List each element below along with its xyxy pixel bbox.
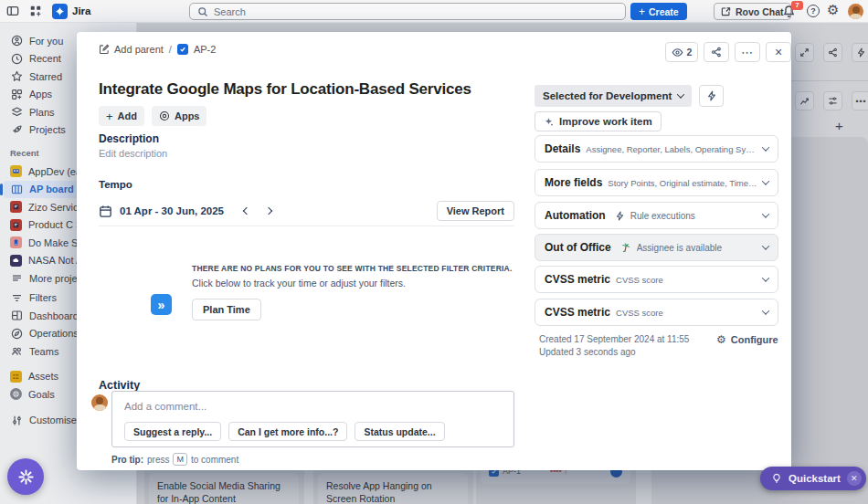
description-placeholder[interactable]: Edit description bbox=[99, 148, 167, 159]
ai-assistant-button[interactable] bbox=[7, 458, 44, 495]
divider bbox=[99, 226, 514, 226]
add-button[interactable]: + Add bbox=[99, 106, 144, 126]
plus-icon: + bbox=[106, 110, 113, 123]
more-fields-panel[interactable]: More fields Story Points, Original estim… bbox=[535, 169, 778, 196]
improve-work-item-button[interactable]: Improve work item bbox=[535, 111, 662, 131]
configure-button[interactable]: ⚙ Configure bbox=[716, 333, 778, 346]
apps-circle-icon bbox=[159, 110, 170, 121]
quick-reply-button[interactable]: Status update... bbox=[355, 422, 444, 441]
quickstart-button[interactable]: Quickstart ✕ bbox=[760, 467, 866, 490]
insights-chart-icon[interactable] bbox=[795, 91, 814, 110]
palm-tree-icon bbox=[620, 242, 631, 253]
close-modal-button[interactable]: × bbox=[766, 42, 791, 62]
top-navigation: Jira + Create Rovo Chat 7 ? ⚙ bbox=[0, 0, 868, 23]
project-avatar bbox=[10, 236, 22, 248]
created-timestamp: Created 17 September 2024 at 11:55 bbox=[539, 334, 689, 344]
comment-avatar bbox=[91, 394, 108, 411]
search-bar[interactable] bbox=[189, 3, 626, 20]
divider bbox=[791, 80, 868, 81]
out-of-office-panel[interactable]: Out of Office Assignee is available bbox=[535, 234, 778, 261]
dashboard-icon bbox=[10, 310, 23, 322]
board-card[interactable]: Enable Social Media Sharing for In-App C… bbox=[149, 473, 299, 504]
automation-lightning-button[interactable] bbox=[699, 85, 724, 107]
jira-logo[interactable] bbox=[52, 4, 68, 19]
tempo-logo-icon: » bbox=[151, 294, 172, 315]
breadcrumb: Add parent / AP-2 bbox=[99, 44, 216, 55]
tempo-heading: Tempo bbox=[99, 179, 132, 190]
add-column-icon[interactable]: + bbox=[835, 118, 843, 133]
assets-icon bbox=[10, 371, 22, 383]
project-avatar bbox=[10, 201, 22, 213]
more-actions-button[interactable]: ⋯ bbox=[735, 42, 760, 62]
quick-reply-button[interactable]: Can I get more info...? bbox=[228, 422, 347, 441]
project-avatar bbox=[10, 165, 22, 177]
more-horizontal-icon[interactable]: ⋯ bbox=[852, 91, 868, 110]
project-avatar bbox=[10, 255, 22, 267]
settings-gear-icon[interactable]: ⚙ bbox=[827, 2, 839, 18]
app-switcher-icon[interactable] bbox=[28, 4, 43, 18]
close-icon: × bbox=[775, 45, 782, 59]
add-parent-button[interactable]: Add parent bbox=[99, 44, 164, 55]
cvss-metric-panel[interactable]: CVSS metric CVSS score bbox=[535, 299, 778, 326]
ai-sparkle-icon bbox=[544, 117, 554, 127]
notification-badge: 7 bbox=[791, 1, 803, 10]
chevron-down-icon bbox=[762, 210, 769, 217]
chevron-down-icon bbox=[762, 242, 769, 249]
help-icon[interactable]: ? bbox=[807, 5, 820, 17]
quick-reply-button[interactable]: Suggest a reply... bbox=[124, 422, 221, 441]
sparkle-burst-icon bbox=[17, 468, 35, 486]
activity-heading: Activity bbox=[99, 379, 140, 392]
prev-period-icon[interactable] bbox=[243, 207, 250, 215]
description-heading: Description bbox=[99, 132, 159, 145]
rovo-chat-icon bbox=[721, 6, 731, 16]
pro-tip: Pro tip: press M to comment bbox=[111, 453, 238, 466]
user-avatar[interactable] bbox=[848, 4, 863, 19]
quickstart-close-icon[interactable]: ✕ bbox=[847, 471, 862, 486]
automation-panel[interactable]: Automation Rule executions bbox=[535, 202, 778, 229]
share-button[interactable] bbox=[704, 42, 729, 62]
tempo-date-range[interactable]: 01 Apr - 30 Jun, 2025 bbox=[120, 205, 224, 216]
calendar-icon bbox=[99, 205, 112, 218]
chevron-down-icon bbox=[677, 90, 684, 98]
board-card[interactable]: Resolve App Hanging on Screen Rotation bbox=[318, 473, 468, 504]
eye-icon bbox=[672, 47, 683, 58]
lightning-icon[interactable] bbox=[852, 43, 868, 62]
filter-icon bbox=[10, 291, 23, 304]
chevron-down-icon bbox=[762, 307, 769, 314]
cvss-metric-panel[interactable]: CVSS metric CVSS score bbox=[535, 266, 778, 293]
apps-grid-icon bbox=[10, 88, 23, 100]
edit-icon bbox=[99, 44, 110, 55]
target-icon bbox=[10, 388, 22, 400]
apps-button[interactable]: Apps bbox=[152, 106, 207, 126]
person-circle-icon bbox=[10, 35, 23, 47]
search-input[interactable] bbox=[214, 6, 618, 17]
expand-icon[interactable] bbox=[795, 43, 814, 62]
updated-timestamp: Updated 3 seconds ago bbox=[539, 347, 636, 357]
create-button[interactable]: + Create bbox=[630, 3, 687, 20]
project-avatar bbox=[10, 219, 22, 231]
keyboard-key-m: M bbox=[173, 453, 187, 466]
lightning-icon bbox=[615, 211, 625, 221]
lightbulb-icon bbox=[771, 473, 782, 484]
view-settings-icon[interactable] bbox=[823, 91, 842, 110]
rocket-icon bbox=[10, 123, 23, 136]
plan-time-button[interactable]: Plan Time bbox=[192, 299, 261, 320]
share-icon[interactable] bbox=[823, 43, 842, 62]
watchers-button[interactable]: 2 bbox=[665, 42, 698, 62]
comment-box[interactable]: Add a comment... Suggest a reply... Can … bbox=[111, 391, 514, 447]
status-dropdown[interactable]: Selected for Development bbox=[535, 85, 692, 107]
issue-key[interactable]: AP-2 bbox=[194, 44, 216, 55]
sidebar-toggle-icon[interactable] bbox=[5, 4, 20, 18]
tempo-toolbar: 01 Apr - 30 Jun, 2025 View Report bbox=[99, 200, 514, 222]
rovo-chat-button[interactable]: Rovo Chat bbox=[714, 3, 791, 20]
chevron-down-icon bbox=[762, 274, 769, 281]
layers-icon bbox=[10, 106, 23, 119]
gear-icon: ⚙ bbox=[716, 333, 726, 346]
chevron-down-icon bbox=[762, 143, 769, 151]
issue-title[interactable]: Integrate Google Maps for Location-Based… bbox=[99, 80, 528, 99]
details-panel[interactable]: Details Assignee, Reporter, Labels, Oper… bbox=[535, 135, 778, 163]
plus-icon: + bbox=[639, 5, 645, 18]
view-report-button[interactable]: View Report bbox=[437, 201, 514, 221]
next-period-icon[interactable] bbox=[265, 207, 272, 215]
people-icon bbox=[10, 345, 23, 358]
